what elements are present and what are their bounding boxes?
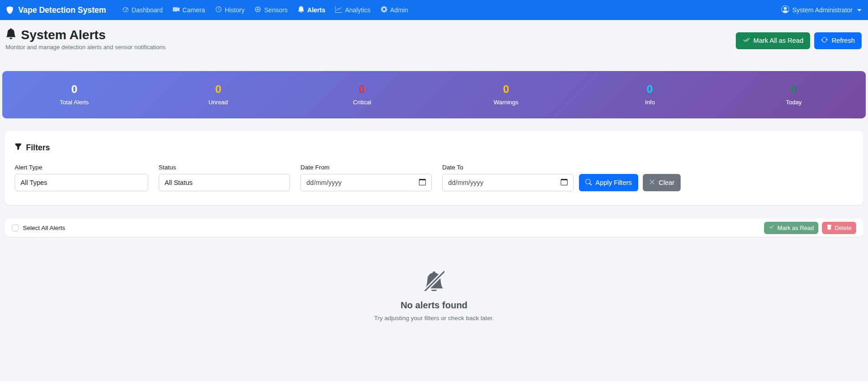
speedometer-icon [122,6,129,14]
stat-value-today: 0 [791,84,797,95]
clock-history-icon [215,6,222,14]
nav-item-admin[interactable]: Admin [377,3,413,17]
stat-critical: 0 Critical [290,84,434,106]
check-icon [769,224,775,231]
select-all-label: Select All Alerts [23,225,65,231]
empty-state: No alerts found Try adjusting your filte… [0,270,868,322]
stat-total-alerts: 0 Total Alerts [2,84,146,106]
stat-value-info: 0 [647,84,653,95]
navbar: Vape Detection System Dashboard Camera H… [0,0,868,20]
brand[interactable]: Vape Detection System [5,5,106,15]
clear-filters-button[interactable]: Clear [643,174,681,191]
nav-item-alerts[interactable]: Alerts [294,3,330,17]
cpu-icon [254,6,261,14]
graph-up-icon [335,6,342,14]
date-to-label: Date To [442,164,574,171]
check-all-icon [743,36,750,45]
x-icon [649,179,655,186]
bulk-buttons: Mark as Read Delete [764,222,856,234]
funnel-icon [15,143,22,153]
arrow-repeat-icon [821,36,828,45]
nav-item-analytics[interactable]: Analytics [331,3,374,17]
nav-item-sensors[interactable]: Sensors [250,3,291,17]
empty-state-title: No alerts found [401,300,468,311]
nav-item-camera[interactable]: Camera [169,3,209,17]
brand-label: Vape Detection System [18,5,106,15]
caret-down-icon [857,9,862,11]
stat-warnings: 0 Warnings [434,84,578,106]
trash-icon [827,225,832,231]
status-label: Status [159,164,290,171]
person-circle-icon [781,5,789,15]
bell-slash-icon [424,270,444,293]
stat-value-total: 0 [71,84,77,95]
nav-links: Dashboard Camera History Sensors Alerts … [118,3,413,17]
stats-bar: 0 Total Alerts 0 Unread 0 Critical 0 War… [2,71,866,118]
date-from-label: Date From [300,164,432,171]
bulk-actions-bar: Select All Alerts Mark as Read Delete [5,219,863,237]
search-icon [585,179,592,187]
shield-icon [5,6,14,15]
stat-value-critical: 0 [359,84,365,95]
nav-item-history[interactable]: History [211,3,249,17]
apply-filters-button[interactable]: Apply Filters [579,174,638,191]
alert-type-label: Alert Type [15,164,148,171]
gear-icon [381,6,388,14]
calendar-icon[interactable] [561,179,568,187]
page: Vape Detection System Dashboard Camera H… [0,0,868,381]
filter-row: Alert Type All Types Status All Status D… [15,164,853,191]
filters-card: Filters Alert Type All Types Status All … [5,131,863,205]
delete-button[interactable]: Delete [822,222,856,234]
mark-all-read-button[interactable]: Mark All as Read [736,32,811,49]
page-header: System Alerts Monitor and manage detecti… [0,20,868,51]
alert-type-select[interactable]: All Types [15,174,148,191]
filters-title: Filters [15,143,853,153]
stat-value-warnings: 0 [503,84,509,95]
refresh-button[interactable]: Refresh [814,32,862,49]
user-menu[interactable]: System Administrator [781,5,862,15]
empty-state-subtitle: Try adjusting your filters or check back… [374,315,494,322]
bell-icon [5,28,16,42]
date-from-input[interactable]: dd/mm/yyyy [300,174,432,191]
calendar-icon[interactable] [419,179,426,187]
user-label: System Administrator [792,6,852,14]
stat-info: 0 Info [578,84,722,106]
nav-item-dashboard[interactable]: Dashboard [118,3,167,17]
page-title: System Alerts [5,28,165,42]
date-to-input[interactable]: dd/mm/yyyy [442,174,574,191]
page-subtitle: Monitor and manage detection alerts and … [5,44,165,51]
bell-icon [298,6,305,14]
stat-unread: 0 Unread [146,84,290,106]
select-all: Select All Alerts [12,225,65,231]
status-select[interactable]: All Status [159,174,290,191]
header-actions: Mark All as Read Refresh [736,32,862,49]
stat-value-unread: 0 [215,84,221,95]
stat-today: 0 Today [722,84,866,106]
select-all-checkbox[interactable] [12,225,19,231]
camera-video-icon [173,6,180,14]
filter-buttons: Apply Filters Clear [579,174,681,191]
mark-as-read-button[interactable]: Mark as Read [764,222,818,234]
